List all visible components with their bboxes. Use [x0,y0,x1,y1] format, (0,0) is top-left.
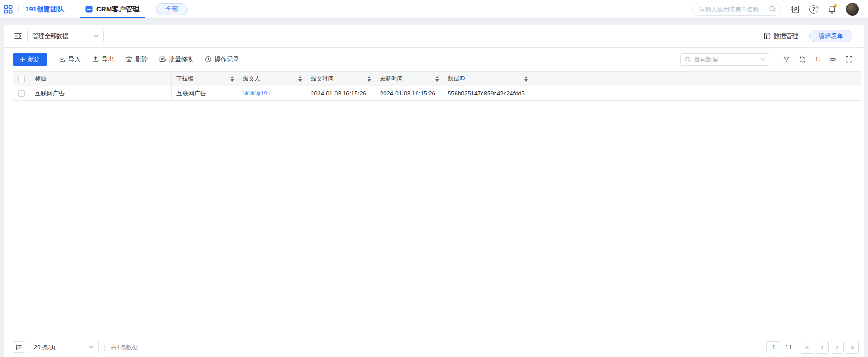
cell-data-id: 556b025147c859c42c24fdd5 [443,86,532,100]
select-all-checkbox[interactable] [18,76,25,82]
help-icon[interactable]: ? [809,5,818,14]
data-search-input[interactable] [694,56,760,63]
first-page-button[interactable]: « [801,341,813,354]
fullscreen-icon[interactable] [846,56,852,63]
pagination: / 1 « ‹ › » [766,341,859,354]
contacts-book-icon[interactable] [791,5,800,14]
prev-page-button[interactable]: ‹ [816,341,829,354]
row-height-button[interactable] [13,341,24,353]
view-selector-value: 管理全部数据 [33,32,68,40]
view-selector[interactable]: 管理全部数据 [27,30,104,42]
scope-all-pill[interactable]: 全部 [156,3,188,15]
app-icon [85,6,93,13]
refresh-icon[interactable] [799,56,806,63]
table-header-row: 标题 下拉框 提交人 提交时间 更新时间 [13,72,861,86]
sidebar-toggle-icon[interactable] [14,32,22,40]
sort-toggle-icon[interactable] [227,76,234,82]
sort-toggle-icon[interactable] [295,76,302,82]
row-checkbox[interactable] [18,90,25,97]
sort-toggle-icon[interactable] [432,76,439,82]
data-search[interactable] [680,53,769,66]
tab-label: CRM客户管理 [96,5,139,14]
team-name-link[interactable]: 191创建团队 [25,5,64,14]
column-header-dropdown[interactable]: 下拉框 [172,72,238,86]
edit-form-button[interactable]: 编辑表单 [809,30,852,42]
divider [18,6,19,13]
total-count-text: 共1条数据 [111,343,138,351]
column-header-submitter[interactable]: 提交人 [238,72,306,86]
new-record-button[interactable]: 新建 [13,53,47,66]
column-header-update-time[interactable]: 更新时间 [375,72,443,86]
global-search[interactable] [692,3,781,16]
batch-edit-button[interactable]: 批量修改 [159,56,193,64]
data-table: 标题 下拉框 提交人 提交时间 更新时间 [13,71,861,101]
page-number-input[interactable] [766,341,781,353]
search-icon [769,6,776,13]
last-page-button[interactable]: » [846,341,859,354]
delete-button[interactable]: 删除 [126,56,148,64]
data-manage-button[interactable]: 数据管理 [764,32,798,40]
apps-grid-icon[interactable] [4,5,13,14]
history-button[interactable]: 操作记录 [205,56,239,64]
page-size-selector[interactable]: 20 条/页 [29,341,99,353]
view-bar: 管理全部数据 数据管理 编辑表单 [4,25,864,47]
next-page-button[interactable]: › [831,341,844,354]
divider [104,344,105,351]
global-search-input[interactable] [699,6,769,13]
page-size-value: 20 条/页 [34,343,56,351]
active-tab-underline [80,17,145,18]
cell-submit-time: 2024-01-03 16:15:26 [306,86,375,100]
tab-crm-app[interactable]: CRM客户管理 [80,0,145,18]
column-header-title[interactable]: 标题 [30,72,172,86]
topbar: 191创建团队 CRM客户管理 全部 [0,0,868,19]
cell-dropdown[interactable]: 互联网广告 [172,86,238,100]
sort-icon[interactable]: 1↓ [815,56,820,63]
table-area: 标题 下拉框 提交人 提交时间 更新时间 [4,71,864,337]
column-visibility-eye-icon[interactable] [829,56,837,63]
main-panel: 管理全部数据 数据管理 编辑表单 新建 导入 [4,25,864,357]
column-header-submit-time[interactable]: 提交时间 [306,72,375,86]
cell-submitter-link[interactable]: 谭谭谭191 [243,89,271,98]
header-filler [532,72,861,86]
export-button[interactable]: 导出 [92,56,114,64]
column-header-data-id[interactable]: 数据ID [443,72,532,86]
action-toolbar: 新建 导入 导出 删除 [4,47,864,71]
row-filler [532,86,861,100]
list-footer: 20 条/页 共1条数据 / 1 « ‹ › » [4,337,864,357]
user-avatar[interactable] [846,3,859,16]
cell-update-time: 2024-01-03 16:15:26 [375,86,443,100]
filter-icon[interactable] [783,56,790,63]
import-button[interactable]: 导入 [59,56,81,64]
cell-title[interactable]: 互联网广告 [30,86,172,100]
sort-toggle-icon[interactable] [364,76,371,82]
sort-toggle-icon[interactable] [521,76,528,82]
notification-dot [834,4,837,7]
table-row[interactable]: 互联网广告 互联网广告 谭谭谭191 2024-01-03 16:15:26 2… [13,86,861,101]
notifications-bell-icon[interactable] [828,5,836,14]
total-pages-label: / 1 [786,344,792,351]
